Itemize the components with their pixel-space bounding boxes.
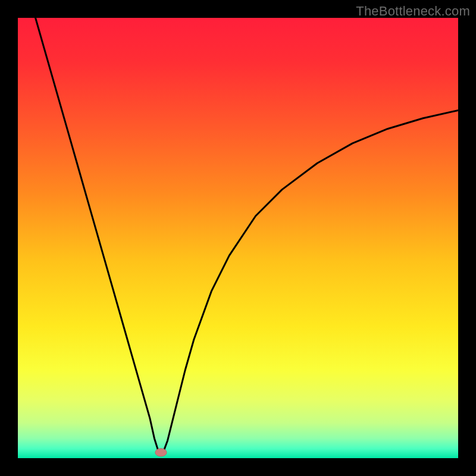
- chart-frame: [18, 18, 458, 458]
- chart-svg: [18, 18, 458, 458]
- gradient-background: [18, 18, 458, 458]
- watermark-text: TheBottleneck.com: [356, 4, 470, 19]
- minimum-marker: [155, 449, 167, 456]
